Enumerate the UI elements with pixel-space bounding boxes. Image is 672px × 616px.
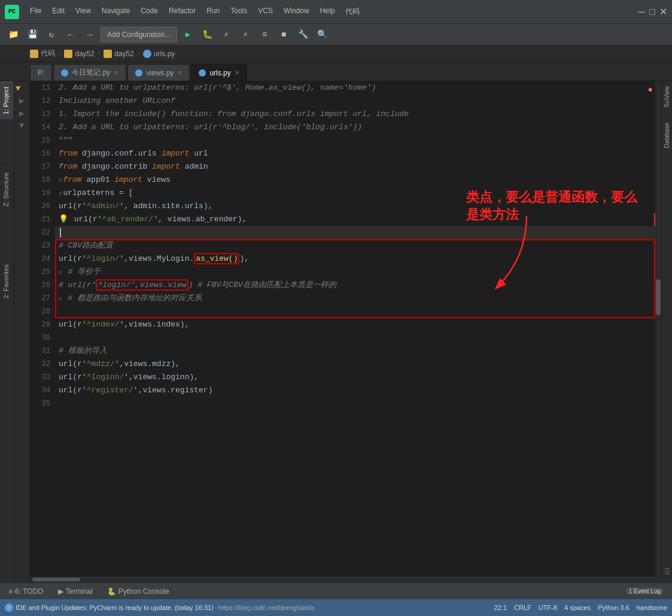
- scrollbar-thumb: [656, 279, 661, 315]
- breadcrumb-item-3[interactable]: day52: [104, 50, 134, 58]
- vertical-scrollbar[interactable]: [655, 81, 661, 577]
- project-tree-icons: ▼ ▶ ▶ ▼: [14, 81, 30, 583]
- git-branch[interactable]: handsome: [637, 604, 667, 611]
- left-sidebar-tabs: 1: Project Z: Structure 2: Favorites: [0, 81, 14, 583]
- editor-area: 11 12 13 14 15 16 17 18 19 20 21 22 23 2…: [30, 81, 672, 583]
- tree-item-1[interactable]: ▶: [19, 96, 28, 106]
- tree-expand-btn[interactable]: ▼: [16, 84, 28, 93]
- code-line-13: 1. Import the include() function: from d…: [55, 108, 655, 121]
- close-button[interactable]: ✕: [659, 8, 667, 16]
- code-editor[interactable]: 2. Add a URL to urlpatterns: url(r'^$', …: [55, 81, 655, 577]
- close-views-tab[interactable]: ✕: [177, 69, 182, 76]
- coverage-btn[interactable]: ⚡: [218, 26, 235, 43]
- close-urls-tab[interactable]: ✕: [235, 69, 239, 76]
- maximize-button[interactable]: □: [648, 8, 656, 16]
- code-line-29: url(r'^index/',views.index),: [55, 318, 655, 331]
- encoding[interactable]: UTF-8: [539, 604, 557, 611]
- open-folder-btn[interactable]: 📁: [5, 26, 22, 43]
- code-line-26: # url(r'^login/',views.view) # FBV与CBV在路…: [55, 279, 655, 292]
- breadcrumb-item-2[interactable]: day52: [64, 50, 95, 58]
- code-line-17: from django.contrib import admin: [55, 160, 655, 173]
- indent-setting[interactable]: 4 spaces: [564, 604, 591, 611]
- python-version[interactable]: Python 3.6: [598, 604, 630, 611]
- folder-icon-1: [30, 50, 38, 58]
- cursor-position[interactable]: 22:1: [494, 604, 507, 611]
- run-btn[interactable]: ▶: [180, 26, 196, 43]
- save-btn[interactable]: 💾: [24, 26, 41, 43]
- code-line-11: 2. Add a URL to urlpatterns: url(r'^$', …: [55, 81, 655, 94]
- minimize-button[interactable]: ─: [637, 8, 646, 16]
- breadcrumb-item-4[interactable]: urls.py: [143, 50, 175, 58]
- menu-file[interactable]: File: [25, 4, 46, 19]
- code-line-30: [55, 331, 655, 344]
- right-tab-database[interactable]: Database: [662, 118, 671, 153]
- code-line-27: α # 都是路由与函数内存地址的对应关系: [55, 292, 655, 305]
- bottom-bar: ≡ 6: TODO ▶ Terminal 🐍 Python Console 1 …: [0, 583, 672, 599]
- add-config-button[interactable]: Add Configuration...: [101, 27, 177, 42]
- annotation-text: 类点，要么是普通函数，要么 是类方法: [466, 189, 637, 223]
- py-icon: [143, 50, 151, 58]
- tree-item-3[interactable]: ▼: [19, 121, 28, 130]
- code-line-34: url(r'^register/',views.register): [55, 384, 655, 397]
- menu-bar: File Edit View Navigate Code Refactor Ru…: [25, 4, 631, 19]
- tab-views[interactable]: views.py ✕: [127, 64, 190, 81]
- code-line-24: url(r'^login/',views.MyLogin.as_view()),: [55, 252, 655, 266]
- python-console-tab[interactable]: 🐍 Python Console: [104, 586, 173, 597]
- tree-item-2[interactable]: ▶: [19, 108, 28, 118]
- menu-edit[interactable]: Edit: [47, 4, 69, 19]
- menu-code[interactable]: Code: [136, 4, 163, 19]
- menu-vcs[interactable]: VCS: [253, 4, 278, 19]
- breadcrumb-item-1[interactable]: 代码: [30, 48, 55, 59]
- update-text[interactable]: IDE and Plugin Updates: PyCharm is ready…: [16, 604, 214, 611]
- code-line-28: [55, 305, 655, 318]
- code-line-32: url(r'^mdzz/',views.mdzz),: [55, 358, 655, 371]
- update-url[interactable]: https://blog.csdn.net/lipenghands: [218, 604, 315, 611]
- profile-btn[interactable]: ⚡: [237, 26, 254, 43]
- debug-btn[interactable]: 🐛: [199, 26, 215, 43]
- tab-project[interactable]: P:: [30, 64, 52, 81]
- line-ending[interactable]: CRLF: [514, 604, 531, 611]
- concurrency-btn[interactable]: ≡: [256, 26, 273, 43]
- menu-view[interactable]: View: [71, 4, 96, 19]
- close-notes-tab[interactable]: ✕: [114, 69, 118, 76]
- todo-tab[interactable]: ≡ 6: TODO: [5, 586, 47, 597]
- stop-btn[interactable]: ■: [275, 26, 292, 43]
- menu-tools[interactable]: Tools: [226, 4, 252, 19]
- toolbar: 📁 💾 ↻ ← → Add Configuration... ▶ 🐛 ⚡ ⚡ ≡…: [0, 24, 672, 45]
- menu-navigate[interactable]: Navigate: [97, 4, 135, 19]
- window-controls: ─ □ ✕: [637, 8, 667, 16]
- terminal-tab[interactable]: ▶ Terminal: [54, 586, 96, 597]
- event-log-tab[interactable]: 1 Event Log: [622, 587, 667, 596]
- horizontal-scrollbar[interactable]: [30, 577, 672, 583]
- right-sidebar: SciView Database: [661, 81, 672, 577]
- menu-refactor[interactable]: Refactor: [164, 4, 200, 19]
- tab-notes[interactable]: 今日笔记.py ✕: [53, 64, 126, 81]
- left-tab-structure[interactable]: Z: Structure: [0, 167, 14, 211]
- right-tab-sciview[interactable]: SciView: [662, 81, 671, 112]
- search-btn[interactable]: 🔍: [314, 26, 330, 43]
- code-line-16: from django.conf.urls import url: [55, 147, 655, 160]
- sync-btn[interactable]: ↻: [43, 26, 60, 43]
- back-btn[interactable]: ←: [62, 26, 79, 43]
- status-bar: ↑ IDE and Plugin Updates: PyCharm is rea…: [0, 599, 672, 616]
- tab-bar: P: 今日笔记.py ✕ views.py ✕ urls.py ✕: [0, 62, 672, 81]
- py-icon-notes: [61, 69, 68, 77]
- line-numbers: 11 12 13 14 15 16 17 18 19 20 21 22 23 2…: [30, 81, 55, 577]
- left-tab-favorites[interactable]: 2: Favorites: [0, 260, 14, 303]
- event-count-badge: 1 Event Log: [626, 588, 664, 594]
- settings-btn[interactable]: 🔧: [294, 26, 311, 43]
- forward-btn[interactable]: →: [81, 26, 98, 43]
- code-line-31: # 模板的导入: [55, 344, 655, 358]
- code-line-33: url(r'^loginn/',views.loginn),: [55, 371, 655, 384]
- menu-window[interactable]: Window: [279, 4, 314, 19]
- menu-help[interactable]: Help: [315, 4, 340, 19]
- app-logo: PC: [5, 5, 19, 19]
- title-bar: PC File Edit View Navigate Code Refactor…: [0, 0, 672, 24]
- code-line-12: Including another URLconf: [55, 94, 655, 108]
- menu-daima[interactable]: 代码: [340, 4, 364, 19]
- code-line-25: α # 等价于: [55, 266, 655, 279]
- menu-run[interactable]: Run: [202, 4, 224, 19]
- left-tab-project[interactable]: 1: Project: [0, 81, 14, 119]
- tab-urls[interactable]: urls.py ✕: [191, 64, 247, 81]
- breadcrumb: 代码 › day52 › day52 › urls.py: [0, 45, 672, 62]
